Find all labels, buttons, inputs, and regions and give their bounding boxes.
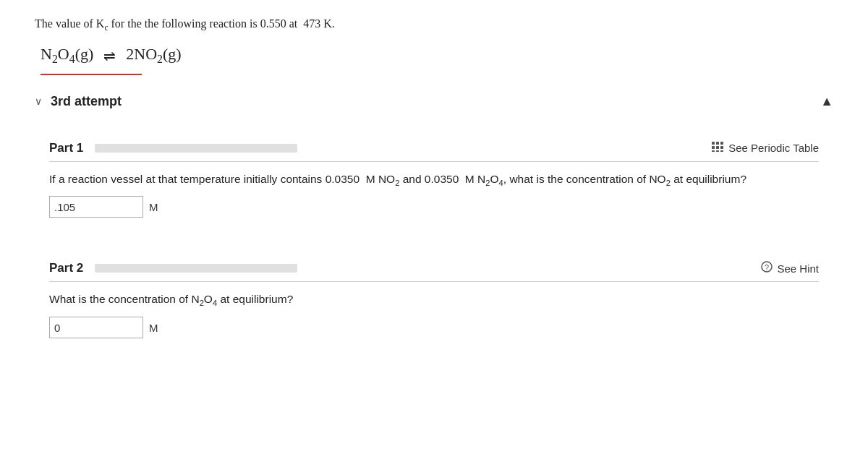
svg-rect-6 [712,150,715,152]
part2-title: Part 2 [49,261,83,275]
arrow-up-icon[interactable]: ▲ [820,94,833,109]
page-container: The value of Kc for the the following re… [0,0,868,376]
part2-container: Part 2 ? See Hint What is the concentra [35,249,833,353]
part1-answer-row: M [49,196,819,218]
svg-rect-1 [716,142,719,145]
part2-unit: M [149,322,158,334]
see-periodic-table-button[interactable]: See Periodic Table [711,141,819,155]
part1-answer-input[interactable] [49,196,143,218]
hint-icon: ? [761,261,773,275]
equilibrium-arrow: ⇌ [103,47,116,64]
part1-header-left: Part 1 [49,141,297,155]
reactant: N2O4(g) [41,45,93,66]
svg-rect-2 [720,142,723,145]
part1-title: Part 1 [49,141,83,155]
part2-answer-row: M [49,317,819,338]
part1-status-bar [95,144,297,153]
part2-header: Part 2 ? See Hint [49,261,819,282]
part2-answer-input[interactable] [49,317,143,338]
svg-rect-7 [716,150,719,152]
periodic-table-icon [711,141,724,155]
chevron-down-icon[interactable]: ∨ [35,95,42,108]
attempt-title: 3rd attempt [51,94,122,109]
product: 2NO2(g) [126,45,181,66]
attempt-header: ∨ 3rd attempt ▲ [35,88,833,115]
part2-header-left: Part 2 [49,261,297,275]
attempt-section: ∨ 3rd attempt ▲ Part 1 [35,88,833,354]
svg-rect-8 [720,150,723,152]
svg-text:?: ? [765,263,769,272]
part1-unit: M [149,201,158,213]
part1-question: If a reaction vessel at that temperature… [49,171,819,189]
part1-container: Part 1 [35,129,833,233]
see-hint-button[interactable]: ? See Hint [761,261,819,275]
intro-text: The value of Kc for the the following re… [35,17,833,32]
reaction-equation: N2O4(g) ⇌ 2NO2(g) [41,45,833,66]
part2-question: What is the concentration of N2O4 at equ… [49,291,819,309]
hint-label: See Hint [777,262,819,275]
part2-status-bar [95,264,297,273]
part1-header: Part 1 [49,141,819,162]
svg-rect-3 [712,146,715,149]
svg-rect-4 [716,146,719,149]
svg-rect-0 [712,142,715,145]
periodic-table-label: See Periodic Table [728,142,819,154]
svg-rect-5 [720,146,723,149]
reaction-divider [41,74,142,75]
attempt-left: ∨ 3rd attempt [35,94,122,109]
